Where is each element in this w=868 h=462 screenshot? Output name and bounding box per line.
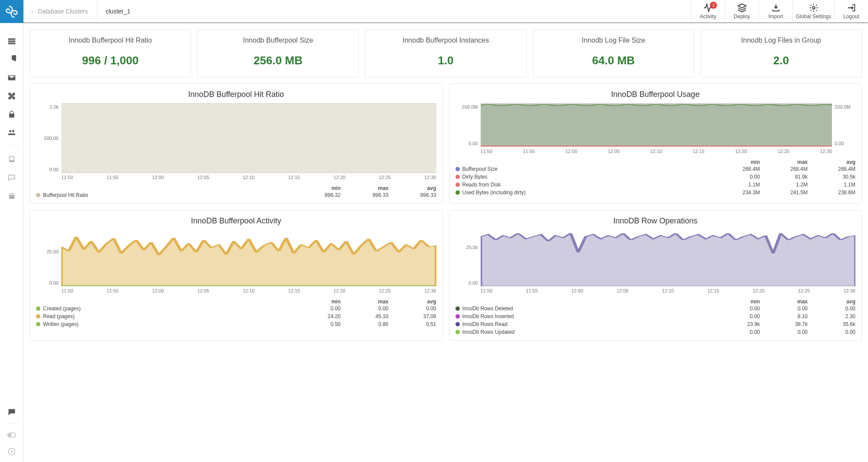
metric-title: Innodb Bufferpool Instances: [370, 37, 521, 44]
breadcrumb-current: cluster_1: [97, 0, 131, 23]
import-icon: [771, 3, 781, 13]
legend-table: minmaxavgInnoDb Rows Deleted0.000.000.00…: [455, 299, 856, 336]
chat-icon[interactable]: [7, 172, 17, 183]
chart-title: InnoDB Bufferpool Activity: [36, 216, 436, 226]
legend-row[interactable]: Written (pages)0.500.800.51: [36, 320, 436, 328]
logout-button[interactable]: Logout: [834, 0, 868, 23]
x-axis: 11:5011:5512:0012:0512:1012:1512:2012:25…: [61, 286, 436, 293]
svg-point-2: [8, 449, 15, 455]
deploy-label: Deploy: [734, 13, 750, 20]
chart-title: InnoDB Bufferpool Usage: [455, 90, 856, 99]
legend-table: minmaxavgCreated (pages)0.000.000.00Read…: [36, 299, 436, 328]
chart-bufferpool-usage: InnoDB Bufferpool Usage 200.0M0.00 200.0…: [449, 83, 862, 204]
legend-row[interactable]: InnoDb Rows Deleted0.000.000.00: [455, 305, 856, 312]
pie-chart-icon[interactable]: [7, 54, 17, 65]
topbar: ‹ Database Clusters cluster_1 3 Activity…: [23, 0, 868, 23]
x-axis: 11:5011:5512:0012:0512:1012:1512:2012:25…: [61, 173, 436, 180]
chart-row-operations: InnoDB Row Operations 25.0k0.00 11:5011:…: [449, 210, 862, 341]
y-axis: 25.0k0.00: [455, 230, 481, 286]
metric-title: Innodb Bufferpool Size: [202, 37, 354, 44]
layers-icon: [737, 3, 747, 13]
chart-title: InnoDB Bufferpool Hit Ratio: [36, 90, 436, 99]
dashboard-content: Innodb Bufferpool Hit Ratio996 / 1,000In…: [23, 23, 868, 462]
legend-table: minmaxavgBufferpool Hit Ratio996.32996.3…: [36, 185, 436, 199]
x-axis: 11:5011:5512:0012:0512:1012:1512:2012:25…: [481, 147, 832, 154]
legend-row[interactable]: InnoDb Rows Updated0.000.000.00: [455, 328, 856, 336]
rail-divider-2: [5, 423, 19, 424]
feedback-icon[interactable]: [7, 407, 17, 417]
plot-area[interactable]: [481, 230, 856, 286]
metric-row: Innodb Bufferpool Hit Ratio996 / 1,000In…: [30, 29, 862, 77]
x-axis: 11:5011:5512:0012:0512:1012:1512:2012:25…: [481, 286, 856, 293]
lock-icon[interactable]: [7, 109, 17, 120]
legend-row[interactable]: Used Bytes (including dirty)234.3M241.5M…: [455, 189, 856, 196]
mail-icon[interactable]: [7, 73, 17, 83]
metric-card: Innodb Bufferpool Instances1.0: [365, 29, 526, 77]
metric-card: Innodb Bufferpool Hit Ratio996 / 1,000: [30, 29, 191, 77]
collapse-icon[interactable]: [7, 446, 17, 457]
clusters-icon[interactable]: [7, 36, 17, 47]
metric-value: 1.0: [370, 54, 521, 67]
puzzle-icon[interactable]: [7, 91, 17, 101]
global-settings-button[interactable]: Global Settings: [792, 0, 834, 23]
y-axis-right: 200.0M0.00: [832, 103, 855, 147]
chart-bufferpool-activity: InnoDB Bufferpool Activity 25.000.00 11:…: [30, 210, 443, 341]
legend-row[interactable]: Dirty Bytes0.0081.9k30.5k: [455, 173, 856, 181]
legend-row[interactable]: InnoDb Rows Read23.9k38.7k35.6k: [455, 320, 856, 328]
svg-point-3: [812, 7, 815, 9]
y-axis: 200.0M0.00: [455, 103, 481, 147]
legend-row[interactable]: InnoDb Rows Inserted0.008.102.30: [455, 312, 856, 320]
users-icon[interactable]: [7, 127, 17, 138]
plot-area[interactable]: [481, 103, 832, 147]
legend-row[interactable]: Read (pages)24.2045.1037.09: [36, 312, 436, 320]
y-axis: 25.000.00: [36, 230, 61, 286]
toggle-icon[interactable]: [7, 430, 17, 440]
svg-point-1: [8, 434, 11, 437]
logout-label: Logout: [843, 13, 859, 20]
gift-icon[interactable]: [7, 190, 17, 201]
metric-title: Innodb Bufferpool Hit Ratio: [34, 37, 186, 44]
left-sidebar: [0, 0, 23, 462]
plot-area[interactable]: [61, 230, 436, 286]
activity-label: Activity: [700, 13, 716, 20]
metric-card: Innodb Log Files in Group2.0: [700, 29, 862, 77]
legend-row[interactable]: Bufferpool Size268.4M268.4M268.4M: [455, 165, 856, 173]
import-button[interactable]: Import: [759, 0, 792, 23]
y-axis: 1.0k500.000.00: [36, 103, 61, 173]
metric-title: Innodb Log Files in Group: [705, 37, 857, 44]
app-logo[interactable]: [0, 0, 23, 23]
rail-divider: [5, 146, 19, 146]
legend-row[interactable]: Created (pages)0.000.000.00: [36, 305, 436, 312]
activity-badge: 3: [710, 2, 717, 9]
import-label: Import: [768, 13, 783, 20]
chart-title: InnoDB Row Operations: [455, 216, 856, 226]
metric-value: 2.0: [705, 54, 857, 67]
deploy-button[interactable]: Deploy: [725, 0, 759, 23]
metric-title: Innodb Log File Size: [538, 37, 690, 44]
metric-value: 256.0 MB: [202, 54, 354, 67]
global-label: Global Settings: [796, 13, 831, 20]
plot-area[interactable]: [61, 103, 436, 173]
breadcrumb: ‹ Database Clusters cluster_1: [23, 0, 138, 23]
legend-row[interactable]: Reads from Disk1.1M1.2M1.1M: [455, 181, 856, 189]
gear-icon: [809, 3, 818, 13]
logout-icon: [847, 3, 856, 13]
chevron-left-icon[interactable]: ‹: [31, 7, 33, 15]
chart-bufferpool-hit-ratio: InnoDB Bufferpool Hit Ratio 1.0k500.000.…: [30, 83, 443, 204]
book-icon[interactable]: [7, 154, 17, 164]
breadcrumb-parent[interactable]: Database Clusters: [38, 8, 88, 15]
metric-card: Innodb Log File Size64.0 MB: [533, 29, 694, 77]
legend-row[interactable]: Bufferpool Hit Ratio996.32996.33996.33: [36, 191, 436, 199]
legend-table: minmaxavgBufferpool Size268.4M268.4M268.…: [455, 159, 856, 196]
metric-value: 996 / 1,000: [34, 54, 186, 67]
metric-card: Innodb Bufferpool Size256.0 MB: [197, 29, 359, 77]
activity-button[interactable]: 3 Activity: [691, 0, 725, 23]
metric-value: 64.0 MB: [538, 54, 690, 67]
